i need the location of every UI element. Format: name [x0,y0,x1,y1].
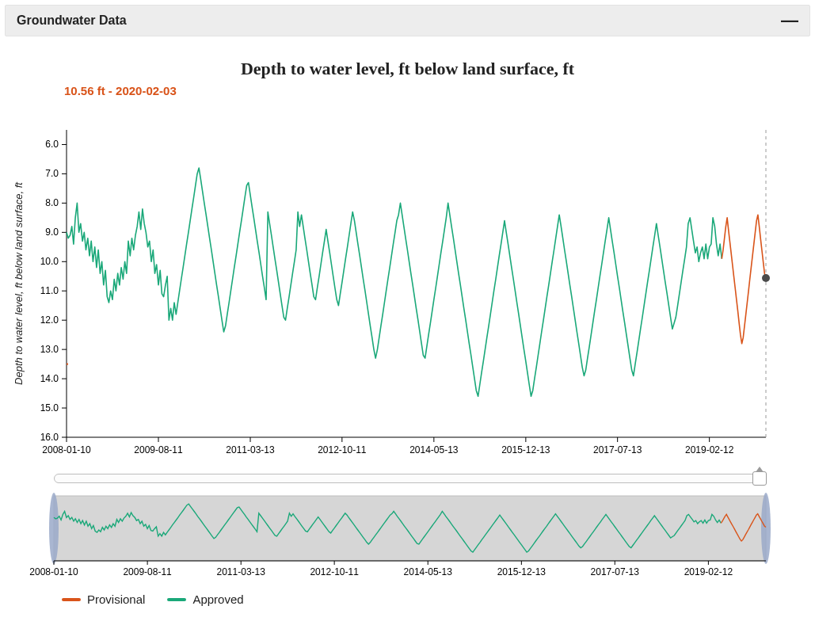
svg-text:12.0: 12.0 [40,314,59,326]
legend-swatch-provisional [62,598,81,601]
svg-point-44 [762,274,770,282]
svg-rect-45 [54,496,766,561]
svg-text:9.0: 9.0 [45,227,59,238]
scrubber-thumb[interactable] [752,471,767,486]
chart-title: Depth to water level, ft below land surf… [5,59,810,79]
legend-item-approved: Approved [167,593,243,606]
hover-readout-date: 2020-02-03 [116,84,177,97]
svg-point-46 [49,493,59,564]
svg-text:2008-01-10: 2008-01-10 [29,566,78,577]
svg-text:2011-03-13: 2011-03-13 [217,566,266,577]
svg-text:2019-02-12: 2019-02-12 [684,566,733,577]
legend-label-approved: Approved [192,593,243,606]
svg-text:7.0: 7.0 [45,168,59,179]
svg-text:10.0: 10.0 [40,256,59,267]
svg-text:2015-12-13: 2015-12-13 [497,566,547,577]
svg-text:2014-05-13: 2014-05-13 [404,566,453,577]
svg-text:11.0: 11.0 [40,285,59,296]
collapse-icon[interactable]: — [781,12,798,29]
svg-rect-0 [67,130,766,437]
svg-text:8.0: 8.0 [45,197,59,208]
svg-text:2012-10-11: 2012-10-11 [318,444,367,455]
svg-text:2015-12-13: 2015-12-13 [501,444,550,455]
svg-text:2017-07-13: 2017-07-13 [591,566,640,577]
svg-text:2008-01-10: 2008-01-10 [42,444,91,455]
svg-text:2019-02-12: 2019-02-12 [685,444,734,455]
panel-title: Groundwater Data [17,13,127,28]
svg-text:2009-08-11: 2009-08-11 [134,444,183,455]
svg-point-47 [761,493,771,564]
svg-text:16.0: 16.0 [40,432,59,443]
hover-readout-value: 10.56 ft [64,84,105,97]
legend: Provisional Approved [62,593,810,606]
svg-text:6.0: 6.0 [45,139,59,150]
svg-text:2011-03-13: 2011-03-13 [226,444,275,455]
svg-text:2012-10-11: 2012-10-11 [310,566,359,577]
legend-item-provisional: Provisional [62,593,145,606]
legend-label-provisional: Provisional [87,593,145,606]
svg-text:Depth to water level, ft below: Depth to water level, ft below land surf… [13,181,25,385]
overview-chart[interactable]: 2008-01-102009-08-112011-03-132012-10-11… [5,488,810,583]
svg-text:2017-07-13: 2017-07-13 [593,444,642,455]
panel-header[interactable]: Groundwater Data — [5,5,810,36]
svg-text:15.0: 15.0 [40,402,59,413]
svg-text:2009-08-11: 2009-08-11 [123,566,172,577]
svg-text:2014-05-13: 2014-05-13 [409,444,459,455]
svg-text:14.0: 14.0 [40,373,59,384]
hover-readout-sep: - [105,84,116,97]
hover-readout: 10.56 ft - 2020-02-03 [64,84,177,97]
main-chart[interactable]: 6.07.08.09.010.011.012.013.014.015.016.0… [5,79,810,459]
legend-swatch-approved [167,598,186,601]
svg-text:13.0: 13.0 [40,344,59,355]
time-scrubber[interactable] [54,474,761,483]
